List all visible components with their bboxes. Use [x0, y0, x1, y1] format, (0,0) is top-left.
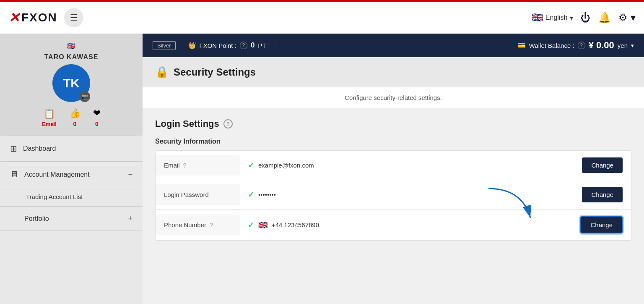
- grid-icon: ⊞: [10, 144, 17, 154]
- password-check-icon: ✓: [248, 190, 254, 199]
- nav-left: ✕ FXON ☰: [8, 8, 83, 27]
- phone-number: +44 1234567890: [272, 221, 319, 228]
- points-value: 0: [251, 41, 254, 50]
- help-circle-wallet[interactable]: ?: [578, 42, 585, 49]
- hamburger-button[interactable]: ☰: [64, 8, 83, 27]
- uk-flag-icon: 🇬🇧: [532, 12, 543, 23]
- page-title-bar: 🔒 Security Settings: [143, 57, 644, 87]
- email-label-text: Email: [164, 162, 180, 169]
- password-label: Login Password: [156, 184, 239, 205]
- security-information-subtitle: Security Information: [155, 138, 631, 145]
- email-action: Change: [574, 151, 631, 180]
- help-circle-points[interactable]: ?: [240, 42, 247, 49]
- phone-value: ✓ 🇬🇧 +44 1234567890: [239, 214, 572, 236]
- wallet-icon: 💳: [518, 42, 526, 49]
- stat-likes: 👍 0: [69, 108, 80, 127]
- fxon-points-label: FXON Point :: [200, 42, 236, 49]
- password-change-button[interactable]: Change: [582, 187, 623, 202]
- login-settings-title: Login Settings ?: [155, 118, 631, 129]
- lock-icon: 🔒: [155, 66, 169, 79]
- portfolio-expand-icon[interactable]: +: [128, 214, 132, 223]
- nav-right: 🇬🇧 English ▾ ⏻ 🔔 ⚙ ▾: [532, 12, 636, 24]
- heart-icon: ❤: [93, 108, 101, 119]
- phone-action: Change: [572, 210, 631, 240]
- page-subtitle-text: Configure security-related settings.: [345, 94, 442, 101]
- fxon-points-item: 👑 FXON Point : ? 0 PT: [188, 41, 266, 50]
- language-selector[interactable]: 🇬🇧 English ▾: [532, 12, 573, 23]
- table-row-phone-number: Phone Number ? ✓ 🇬🇧 +44 1234567890 Chang…: [156, 210, 631, 240]
- power-button[interactable]: ⏻: [581, 12, 591, 24]
- dashboard-label: Dashboard: [23, 145, 132, 152]
- email-change-button[interactable]: Change: [582, 157, 623, 173]
- info-bar-divider: [279, 40, 279, 50]
- monitor-icon: 🖥: [10, 170, 18, 179]
- app-layout: 🇬🇧 TARO KAWASE TK 📷 📋 Email 👍 0: [0, 34, 644, 304]
- stat-hearts: ❤ 0: [93, 108, 101, 127]
- language-label: English: [545, 14, 567, 21]
- sidebar: 🇬🇧 TARO KAWASE TK 📷 📋 Email 👍 0: [0, 34, 143, 304]
- bell-icon: 🔔: [598, 12, 611, 23]
- sidebar-item-portfolio[interactable]: Portfolio +: [0, 207, 143, 231]
- phone-change-button[interactable]: Change: [580, 216, 623, 233]
- phone-flag-icon: 🇬🇧: [258, 220, 267, 230]
- phone-label-text: Phone Number: [164, 221, 206, 228]
- login-settings-help-icon[interactable]: ?: [223, 119, 233, 128]
- wallet-amount: ¥ 0.00: [589, 40, 614, 51]
- phone-label: Phone Number ?: [156, 215, 239, 235]
- email-help-icon[interactable]: ?: [183, 162, 187, 169]
- sidebar-profile: 🇬🇧 TARO KAWASE TK 📷 📋 Email 👍 0: [0, 34, 143, 136]
- wallet-currency: yen: [618, 42, 628, 49]
- points-unit: PT: [258, 42, 266, 49]
- login-settings-label: Login Settings: [155, 118, 219, 129]
- avatar-container: TK 📷: [52, 64, 90, 102]
- language-arrow-icon: ▾: [570, 14, 573, 22]
- password-masked: ••••••••: [258, 191, 276, 198]
- top-nav: ✕ FXON ☰ 🇬🇧 English ▾ ⏻ 🔔 ⚙ ▾: [0, 0, 644, 34]
- notifications-button[interactable]: 🔔: [598, 12, 611, 24]
- trading-account-list-label: Trading Account List: [26, 193, 83, 200]
- silver-badge: Silver: [153, 41, 176, 50]
- sidebar-item-trading-account-list[interactable]: Trading Account List: [0, 187, 143, 207]
- main-content: Silver 👑 FXON Point : ? 0 PT 💳 Wallet Ba…: [143, 34, 644, 304]
- camera-icon: 📷: [81, 94, 88, 100]
- profile-flag-icon: 🇬🇧: [67, 42, 75, 50]
- profile-name: TARO KAWASE: [44, 53, 99, 61]
- logo-text: FXON: [21, 11, 57, 24]
- phone-help-icon[interactable]: ?: [210, 222, 213, 228]
- wallet-balance-label: Wallet Balance :: [529, 42, 574, 49]
- logo: ✕ FXON: [8, 10, 57, 26]
- hamburger-icon: ☰: [70, 13, 78, 23]
- password-value: ✓ ••••••••: [239, 183, 574, 206]
- sidebar-item-account-management[interactable]: 🖥 Account Management −: [0, 162, 143, 187]
- wallet-balance-item: 💳 Wallet Balance : ? ¥ 0.00 yen ▾: [518, 40, 634, 51]
- account-management-collapse-icon[interactable]: −: [128, 170, 132, 179]
- email-address: example@fxon.com: [258, 162, 314, 169]
- account-management-label: Account Management: [24, 171, 122, 178]
- phone-check-icon: ✓: [248, 220, 254, 230]
- page-subtitle: Configure security-related settings.: [143, 87, 644, 108]
- info-bar: Silver 👑 FXON Point : ? 0 PT 💳 Wallet Ba…: [143, 34, 644, 57]
- content-area: 🔒 Security Settings Configure security-r…: [143, 57, 644, 304]
- profile-stats: 📋 Email 👍 0 ❤ 0: [42, 108, 101, 127]
- password-action: Change: [574, 180, 631, 209]
- avatar-initials: TK: [63, 76, 80, 90]
- table-row-login-password: Login Password ✓ •••••••• Change: [156, 180, 631, 210]
- password-label-text: Login Password: [164, 191, 209, 198]
- page-title: Security Settings: [174, 66, 256, 78]
- email-label: Email ?: [156, 155, 239, 176]
- likes-count: 0: [73, 121, 76, 127]
- avatar-camera-button[interactable]: 📷: [79, 91, 90, 102]
- security-content: Login Settings ? Security Information Em…: [143, 108, 644, 251]
- settings-arrow-icon: ▾: [631, 12, 636, 23]
- sidebar-item-dashboard[interactable]: ⊞ Dashboard: [0, 136, 143, 162]
- stat-completed: 📋 Email: [42, 108, 57, 127]
- wallet-dropdown-arrow[interactable]: ▾: [631, 42, 634, 49]
- email-value: ✓ example@fxon.com: [239, 154, 574, 177]
- portfolio-label: Portfolio: [10, 215, 122, 223]
- table-row-email: Email ? ✓ example@fxon.com Change: [156, 151, 631, 180]
- crown-icon: 👑: [188, 42, 196, 49]
- sidebar-menu: ⊞ Dashboard 🖥 Account Management − Tradi…: [0, 136, 143, 231]
- gear-icon: ⚙: [618, 12, 628, 23]
- settings-button[interactable]: ⚙ ▾: [618, 12, 636, 24]
- document-check-icon: 📋: [44, 108, 55, 119]
